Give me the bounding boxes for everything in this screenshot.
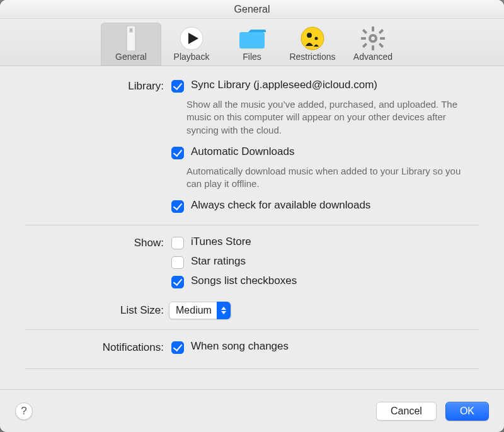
toolbar-tab-files[interactable]: Files <box>222 23 282 65</box>
ok-button[interactable]: OK <box>445 402 489 421</box>
playback-icon <box>161 25 222 52</box>
toolbar-label: Playback <box>161 52 222 62</box>
checkbox-label: Always check for available downloads <box>191 199 370 212</box>
list-size-value: Medium <box>176 305 212 316</box>
svg-rect-5 <box>239 32 265 48</box>
svg-point-6 <box>301 27 324 50</box>
automatic-downloads-description: Automatically download music when added … <box>186 165 464 191</box>
svg-rect-2 <box>130 29 132 32</box>
svg-rect-14 <box>362 29 367 34</box>
checkbox-songs-list-checkboxes[interactable] <box>171 276 184 288</box>
svg-point-8 <box>315 37 318 40</box>
preferences-window: General General Playback Files Restricti… <box>0 0 504 432</box>
checkbox-check-downloads[interactable] <box>171 200 184 213</box>
checkbox-label: Star ratings <box>191 255 246 268</box>
svg-rect-13 <box>380 37 385 40</box>
sync-library-description: Show all the music you’ve added, purchas… <box>186 98 464 137</box>
toolbar-tab-restrictions[interactable]: Restrictions <box>282 23 343 65</box>
checkbox-when-song-changes[interactable] <box>171 341 184 354</box>
svg-rect-15 <box>379 43 384 48</box>
checkbox-label: When song changes <box>191 340 289 353</box>
cancel-button[interactable]: Cancel <box>376 402 437 421</box>
checkbox-label: Songs list checkboxes <box>191 275 297 287</box>
checkbox-itunes-store[interactable] <box>171 237 184 249</box>
svg-rect-16 <box>379 29 384 34</box>
toolbar-tab-advanced[interactable]: Advanced <box>343 23 403 65</box>
window-title: General <box>234 4 270 15</box>
list-size-popup[interactable]: Medium <box>169 302 231 319</box>
content-pane: Library: Sync Library (j.appleseed@iclou… <box>0 66 504 389</box>
advanced-icon <box>343 25 403 52</box>
restrictions-icon <box>282 25 343 52</box>
help-button[interactable]: ? <box>15 402 33 420</box>
svg-rect-11 <box>372 45 374 50</box>
checkbox-label: iTunes Store <box>191 236 251 248</box>
toolbar-label: Restrictions <box>282 52 343 62</box>
toolbar-label: Files <box>222 52 282 62</box>
checkbox-automatic-downloads[interactable] <box>171 147 184 159</box>
chevron-up-down-icon <box>217 302 231 319</box>
checkbox-label: Automatic Downloads <box>191 145 294 158</box>
section-label-list-size: List Size: <box>25 302 169 317</box>
checkbox-label: Sync Library (j.appleseed@icloud.com) <box>191 79 377 91</box>
svg-rect-17 <box>362 43 367 48</box>
section-label-library: Library: <box>25 79 169 93</box>
svg-rect-10 <box>372 26 374 31</box>
checkbox-sync-library[interactable] <box>171 80 184 93</box>
footer: ? Cancel OK <box>0 389 504 432</box>
window-titlebar: General <box>0 0 504 19</box>
svg-point-7 <box>307 33 312 38</box>
svg-rect-12 <box>361 37 366 40</box>
toolbar-label: General <box>101 52 161 62</box>
toolbar-tab-playback[interactable]: Playback <box>161 23 222 65</box>
checkbox-star-ratings[interactable] <box>171 256 184 269</box>
general-icon <box>101 25 161 52</box>
toolbar-tab-general[interactable]: General <box>101 23 161 65</box>
toolbar-label: Advanced <box>343 52 403 62</box>
section-label-notifications: Notifications: <box>25 340 169 354</box>
svg-point-18 <box>371 37 375 40</box>
section-label-show: Show: <box>25 236 169 249</box>
files-icon <box>222 25 282 52</box>
toolbar: General Playback Files Restrictions Adva… <box>0 19 504 66</box>
